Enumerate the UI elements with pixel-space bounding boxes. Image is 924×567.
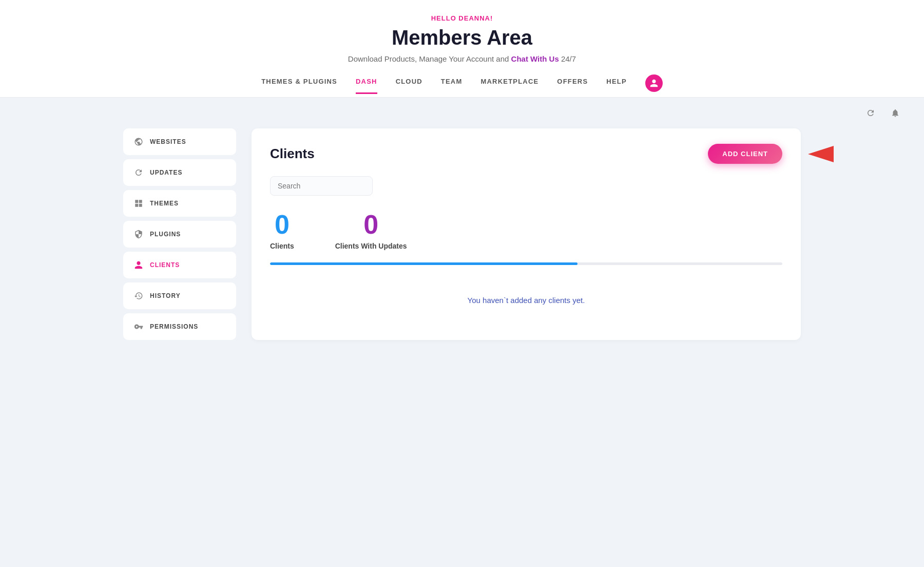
clients-label: Clients (270, 242, 294, 250)
sidebar-item-permissions[interactable]: PERMISSIONS (123, 313, 236, 340)
subtitle-suffix: 24/7 (561, 54, 576, 63)
sidebar-item-websites[interactable]: WEBSITES (123, 128, 236, 155)
clients-header: Clients ADD CLIENT (270, 144, 782, 164)
progress-bar (270, 262, 578, 265)
subtitle-prefix: Download Products, Manage Your Account a… (348, 54, 511, 63)
clients-updates-count: 0 (335, 211, 407, 238)
hello-text: HELLO DEANNA! (10, 14, 914, 22)
refresh-button[interactable] (862, 105, 879, 121)
nav-marketplace[interactable]: MARKETPLACE (480, 78, 538, 94)
page-main-title: Members Area (10, 26, 914, 49)
sidebar-item-updates[interactable]: UPDATES (123, 159, 236, 186)
search-input[interactable] (270, 176, 373, 196)
nav-themes-plugins[interactable]: THEMES & PLUGINS (261, 78, 337, 94)
layout-icon (133, 198, 144, 209)
top-header: HELLO DEANNA! Members Area Download Prod… (0, 0, 924, 98)
refresh-icon (133, 167, 144, 178)
sidebar-item-themes[interactable]: THEMES (123, 190, 236, 217)
sidebar-item-plugins[interactable]: PLUGINS (123, 221, 236, 248)
main-content: WEBSITES UPDATES THEMES (103, 128, 821, 361)
shield-icon (133, 229, 144, 239)
nav-dash[interactable]: DASH (356, 78, 377, 94)
stat-clients: 0 Clients (270, 211, 294, 250)
nav-offers[interactable]: OFFERS (557, 78, 588, 94)
nav-cloud[interactable]: CLOUD (396, 78, 422, 94)
globe-icon (133, 137, 144, 147)
stat-clients-updates: 0 Clients With Updates (335, 211, 407, 250)
stats-row: 0 Clients 0 Clients With Updates (270, 211, 782, 250)
toolbar-row (0, 98, 924, 128)
clients-updates-label: Clients With Updates (335, 242, 407, 250)
sidebar-label-permissions: PERMISSIONS (150, 323, 198, 330)
user-avatar[interactable] (645, 74, 663, 92)
sidebar-label-clients: CLIENTS (150, 261, 180, 269)
sidebar-item-history[interactable]: HISTORY (123, 282, 236, 309)
sidebar-label-plugins: PLUGINS (150, 231, 181, 238)
user-icon (133, 260, 144, 270)
history-icon (133, 291, 144, 301)
nav-team[interactable]: TEAM (441, 78, 463, 94)
empty-message: You haven`t added any clients yet. (270, 286, 782, 315)
sidebar-label-themes: THEMES (150, 200, 179, 207)
key-icon (133, 322, 144, 332)
sidebar-item-clients[interactable]: CLIENTS (123, 252, 236, 278)
clients-count: 0 (270, 211, 294, 238)
arrow-indicator (808, 146, 834, 162)
chat-link[interactable]: Chat With Us (511, 54, 559, 63)
content-panel: Clients ADD CLIENT 0 Clients 0 Clients W… (252, 128, 801, 340)
clients-title: Clients (270, 146, 315, 162)
progress-bar-container (270, 262, 782, 265)
sidebar-label-updates: UPDATES (150, 169, 182, 176)
sidebar-label-history: HISTORY (150, 292, 181, 299)
main-nav: THEMES & PLUGINS DASH CLOUD TEAM MARKETP… (10, 74, 914, 97)
sidebar: WEBSITES UPDATES THEMES (123, 128, 236, 340)
add-client-button[interactable]: ADD CLIENT (708, 144, 782, 164)
notifications-button[interactable] (887, 105, 903, 121)
subtitle: Download Products, Manage Your Account a… (10, 54, 914, 63)
nav-help[interactable]: HELP (606, 78, 626, 94)
sidebar-label-websites: WEBSITES (150, 138, 186, 145)
